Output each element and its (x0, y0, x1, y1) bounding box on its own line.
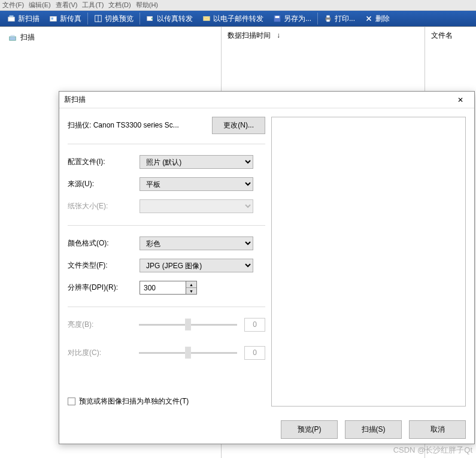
svg-rect-13 (10, 37, 16, 40)
dpi-down-button[interactable]: ▼ (186, 288, 196, 294)
dialog-titlebar[interactable]: 新扫描 ✕ (59, 92, 474, 108)
print-icon (324, 14, 332, 23)
fax-forward-label: 以传真转发 (157, 14, 193, 24)
dialog-footer: 预览(P) 扫描(S) 取消 (59, 415, 474, 444)
fax-forward-button[interactable]: 以传真转发 (141, 12, 198, 26)
file-type-label: 文件类型(F): (68, 260, 140, 271)
tree-scan-label: 扫描 (20, 32, 35, 43)
preview-button[interactable]: 预览(P) (281, 420, 338, 439)
svg-rect-11 (326, 16, 329, 18)
paper-size-select (140, 199, 253, 213)
watermark: CSDN @长沙红胖子Qt (393, 445, 472, 456)
save-icon (273, 14, 281, 23)
scan-button[interactable]: 扫描(S) (345, 420, 402, 439)
tree-scan-root[interactable]: 扫描 (4, 31, 217, 44)
contrast-value: 0 (244, 346, 265, 360)
toolbar: 新扫描 新传真 切换预览 以传真转发 以电子邮件转发 另存为... 打印... … (0, 11, 476, 26)
profile-select[interactable]: 照片 (默认) (140, 155, 253, 169)
new-scan-label: 新扫描 (18, 14, 40, 24)
delete-label: 删除 (375, 14, 390, 24)
paper-size-label: 纸张大小(E): (68, 201, 140, 211)
color-format-select[interactable]: 彩色 (140, 236, 253, 250)
svg-rect-3 (51, 17, 54, 20)
brightness-slider (139, 324, 237, 326)
toolbar-separator (140, 13, 140, 25)
toolbar-separator (317, 13, 318, 25)
change-scanner-button[interactable]: 更改(N)... (212, 117, 265, 134)
menu-document[interactable]: 文档(D) (108, 1, 131, 10)
svg-rect-14 (11, 35, 15, 37)
print-label: 打印... (335, 14, 355, 24)
brightness-label: 亮度(B): (68, 320, 139, 330)
dpi-label: 分辨率(DPI)(R): (68, 283, 140, 293)
dpi-input[interactable] (140, 281, 186, 295)
email-icon (202, 14, 211, 23)
svg-rect-12 (326, 20, 329, 22)
scanner-icon (7, 14, 16, 23)
brightness-value: 0 (244, 318, 265, 332)
menu-tools[interactable]: 工具(T) (82, 1, 104, 10)
new-scan-dialog: 新扫描 ✕ 扫描仪: Canon TS3300 series Sc... 更改(… (59, 91, 475, 444)
new-scan-button[interactable]: 新扫描 (2, 12, 44, 26)
profile-label: 配置文件(I): (68, 157, 140, 167)
toggle-preview-button[interactable]: 切换预览 (89, 12, 138, 26)
menu-edit[interactable]: 编辑(E) (29, 1, 51, 10)
new-fax-button[interactable]: 新传真 (44, 12, 86, 26)
menu-help[interactable]: 帮助(H) (136, 1, 158, 10)
separate-files-label: 预览或将图像扫描为单独的文件(T) (79, 396, 189, 407)
divider (68, 144, 265, 144)
contrast-slider (139, 352, 237, 354)
scanner-tree-icon (8, 34, 17, 42)
menubar: 文件(F) 编辑(E) 查看(V) 工具(T) 文档(D) 帮助(H) (0, 0, 476, 11)
new-fax-label: 新传真 (60, 14, 81, 24)
color-format-label: 颜色格式(O): (68, 238, 140, 248)
dpi-up-button[interactable]: ▲ (186, 281, 196, 288)
fax-icon (49, 14, 57, 23)
print-button[interactable]: 打印... (319, 12, 360, 26)
divider (68, 307, 265, 307)
separate-files-row: 预览或将图像扫描为单独的文件(T) (68, 390, 265, 407)
save-as-button[interactable]: 另存为... (268, 12, 316, 26)
menu-file[interactable]: 文件(F) (2, 1, 24, 10)
source-label: 来源(U): (68, 179, 140, 189)
svg-rect-9 (275, 16, 280, 19)
slider-thumb (185, 319, 191, 330)
dialog-left-panel: 扫描仪: Canon TS3300 series Sc... 更改(N)... … (68, 117, 265, 407)
file-type-select[interactable]: JPG (JPEG 图像) (140, 259, 253, 272)
close-icon: ✕ (457, 96, 463, 104)
slider-thumb (185, 347, 191, 359)
delete-icon (365, 14, 373, 23)
dialog-title: 新扫描 (64, 95, 86, 105)
toggle-preview-label: 切换预览 (105, 14, 134, 24)
svg-rect-0 (8, 17, 15, 21)
close-button[interactable]: ✕ (451, 93, 469, 107)
separate-files-checkbox[interactable] (68, 398, 75, 405)
fax-forward-icon (146, 14, 154, 23)
email-forward-label: 以电子邮件转发 (213, 14, 263, 24)
cancel-button[interactable]: 取消 (409, 420, 466, 439)
source-select[interactable]: 平板 (140, 177, 253, 191)
delete-button[interactable]: 删除 (360, 12, 395, 26)
preview-icon (94, 14, 102, 23)
divider (68, 225, 265, 226)
save-as-label: 另存为... (284, 14, 311, 24)
dialog-body: 扫描仪: Canon TS3300 series Sc... 更改(N)... … (59, 108, 474, 415)
scanner-name: 扫描仪: Canon TS3300 series Sc... (68, 120, 179, 131)
svg-rect-1 (10, 16, 14, 17)
toolbar-separator (87, 13, 88, 25)
preview-area (271, 117, 466, 407)
email-forward-button[interactable]: 以电子邮件转发 (198, 12, 268, 26)
contrast-label: 对比度(C): (68, 348, 139, 358)
menu-view[interactable]: 查看(V) (56, 1, 78, 10)
